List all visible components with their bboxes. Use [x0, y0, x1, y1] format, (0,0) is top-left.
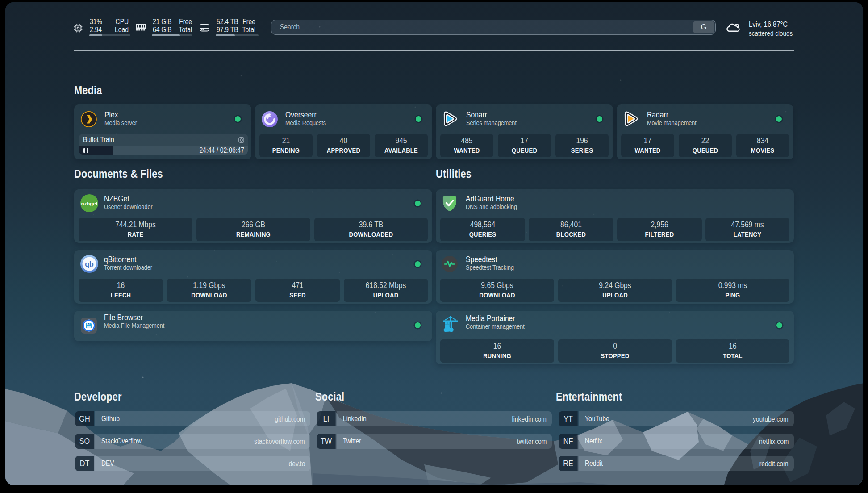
svg-text:qb: qb [85, 260, 94, 268]
svg-text:nzbget: nzbget [81, 201, 97, 206]
